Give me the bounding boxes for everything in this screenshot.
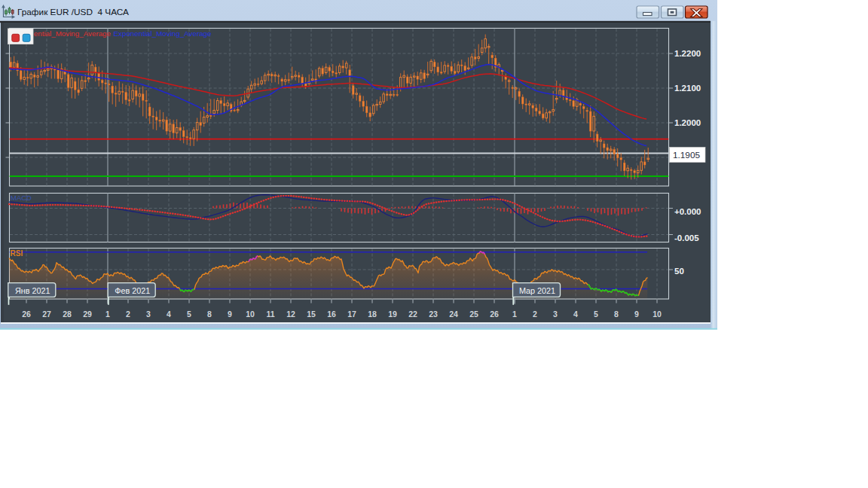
svg-text:18: 18 [368, 310, 377, 319]
svg-text:25: 25 [469, 310, 478, 319]
svg-text:ential_Moving_Average: ential_Moving_Average [34, 29, 112, 38]
svg-text:8: 8 [614, 310, 619, 319]
svg-text:10: 10 [653, 310, 662, 319]
svg-text:1.2200: 1.2200 [674, 49, 701, 58]
svg-text:11: 11 [266, 310, 274, 319]
svg-text:1: 1 [512, 310, 517, 319]
svg-text:1: 1 [105, 310, 110, 319]
svg-text:9: 9 [228, 310, 232, 319]
svg-text:17: 17 [347, 310, 356, 319]
svg-text:Янв 2021: Янв 2021 [15, 286, 50, 295]
svg-text:-0.005: -0.005 [674, 233, 699, 242]
svg-text:8: 8 [207, 310, 212, 319]
svg-text:График EUR /USD 4 ЧАСА: График EUR /USD 4 ЧАСА [17, 7, 129, 17]
svg-text:9: 9 [634, 310, 639, 319]
svg-text:23: 23 [429, 310, 438, 319]
svg-text:27: 27 [42, 310, 51, 319]
svg-text:3: 3 [146, 310, 151, 319]
svg-text:+0.000: +0.000 [674, 207, 701, 216]
svg-text:26: 26 [490, 310, 499, 319]
svg-text:MACD: MACD [11, 194, 32, 202]
svg-text:1.1905: 1.1905 [673, 150, 701, 160]
svg-text:28: 28 [63, 310, 72, 319]
svg-text:4: 4 [167, 310, 171, 319]
svg-text:1.2100: 1.2100 [674, 84, 701, 93]
svg-text:24: 24 [449, 310, 458, 319]
svg-text:1.2000: 1.2000 [674, 118, 701, 127]
svg-text:29: 29 [83, 310, 92, 319]
svg-text:12: 12 [286, 310, 295, 319]
svg-text:10: 10 [246, 310, 255, 319]
svg-text:26: 26 [22, 310, 31, 319]
svg-text:5: 5 [594, 310, 598, 319]
svg-text:3: 3 [553, 310, 558, 319]
svg-text:RSI: RSI [11, 249, 23, 258]
svg-text:50: 50 [674, 267, 684, 276]
svg-text:Exponential_Moving_Average: Exponential_Moving_Average [114, 29, 212, 38]
svg-text:2: 2 [126, 310, 130, 319]
svg-text:5: 5 [187, 310, 191, 319]
svg-text:15: 15 [307, 310, 316, 319]
svg-text:22: 22 [408, 310, 417, 319]
svg-text:19: 19 [388, 310, 397, 319]
svg-text:2: 2 [533, 310, 537, 319]
svg-text:4: 4 [573, 310, 578, 319]
svg-text:16: 16 [327, 310, 336, 319]
svg-text:Фев 2021: Фев 2021 [115, 286, 150, 295]
svg-text:Мар 2021: Мар 2021 [519, 286, 555, 295]
